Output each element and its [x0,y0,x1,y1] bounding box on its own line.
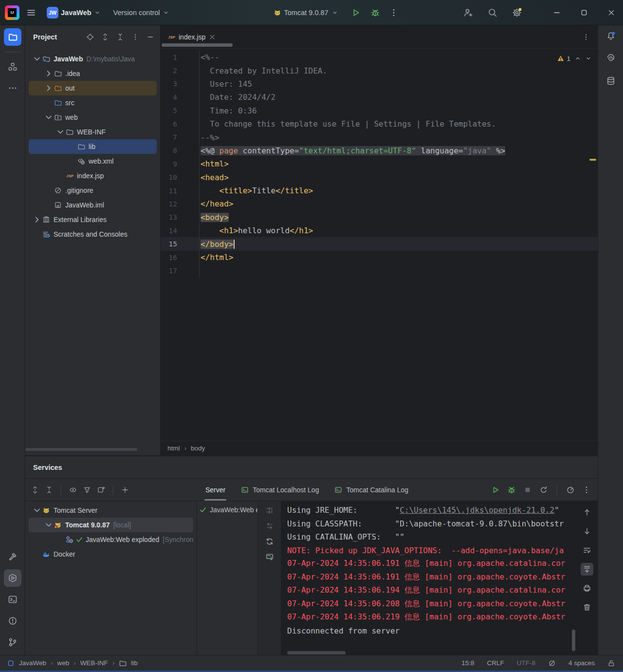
project-tree-item-web-xml[interactable]: web.xml [29,154,157,168]
services-tree-item-docker[interactable]: Docker [29,547,193,561]
view-options-icon[interactable] [69,486,77,494]
code-line-13[interactable]: 13<body> [161,211,598,224]
print-icon[interactable] [583,584,591,593]
database-icon[interactable] [606,76,616,86]
dump-icon[interactable] [265,553,274,561]
code-line-3[interactable]: 3 User: 145 [161,77,598,91]
chevron-right-icon[interactable] [43,68,54,79]
caret-position[interactable]: 15:8 [461,659,474,667]
project-tree-item-scratches-and-consoles[interactable]: Scratches and Consoles [29,227,157,242]
collapse-all-icon[interactable] [45,486,53,494]
refresh-icon[interactable] [265,537,274,546]
code-line-8[interactable]: 8<%@ page contentType="text/html;charset… [161,144,598,157]
code-line-11[interactable]: 11 <title>Title</title> [161,184,598,197]
code-line-2[interactable]: 2 Created by IntelliJ IDEA. [161,64,598,77]
indent-setting[interactable]: 4 spaces [568,659,595,667]
close-button[interactable] [607,9,615,17]
code-editor[interactable]: 1<%--2 Created by IntelliJ IDEA.3 User: … [161,49,598,441]
project-tree-item-web-inf[interactable]: WEB-INF [29,125,157,139]
status-breadcrumb-lib[interactable]: lib [131,659,138,667]
breadcrumb-body[interactable]: body [191,445,205,452]
project-tree-item-lib[interactable]: lib [29,139,157,154]
hot-swap-icon[interactable] [265,522,274,530]
project-tree-item-idea[interactable]: .idea [29,66,157,81]
vcs-tool-button[interactable] [4,634,21,651]
collapse-all-icon[interactable] [116,33,124,41]
prev-warning-icon[interactable] [574,55,581,62]
vcs-widget[interactable]: Version control [110,7,172,19]
tab-server[interactable]: Server [198,479,233,501]
chevron-down-icon[interactable] [32,54,42,64]
inspections-widget[interactable]: 1 [557,55,592,62]
project-tree-item-external-libraries[interactable]: External Libraries [29,212,157,227]
line-separator[interactable]: CRLF [487,659,504,667]
rerun-icon[interactable] [539,485,548,494]
chevron-down-icon[interactable] [43,520,54,530]
more-options-icon[interactable] [582,485,591,494]
close-tab-icon[interactable] [209,34,216,40]
code-line-17[interactable]: 17 [161,264,598,277]
warning-stripe-mark[interactable] [589,159,596,161]
editor-options-icon[interactable] [582,33,590,41]
run-config-widget[interactable]: Tomcat 9.0.87 [274,9,338,17]
chevron-down-icon[interactable] [55,127,66,137]
tab-scrollbar-thumb[interactable] [162,43,233,47]
deploy-icon[interactable] [265,506,274,515]
tab-index-jsp[interactable]: JSP index.jsp [161,25,221,48]
services-tree-item-tomcat-9-0-87[interactable]: Tomcat 9.0.87[local] [29,518,193,532]
next-warning-icon[interactable] [585,55,592,62]
code-line-6[interactable]: 6 To change this template use File | Set… [161,117,598,131]
file-encoding[interactable]: UTF-8 [517,659,535,667]
highlighting-level-icon[interactable] [548,659,556,667]
services-tool-button[interactable] [4,569,21,587]
project-tree-item-javaweb-iml[interactable]: JavaWeb.iml [29,198,157,212]
run-icon[interactable] [491,485,500,494]
code-line-1[interactable]: 1<%-- [161,51,598,64]
code-line-9[interactable]: 9<html> [161,157,598,170]
filter-icon[interactable] [83,486,91,494]
hide-panel-icon[interactable] [147,33,154,41]
project-tree-item-web[interactable]: web [29,110,157,125]
code-line-5[interactable]: 5 Time: 0:36 [161,104,598,117]
build-tool-button[interactable] [4,548,21,565]
horizontal-scrollbar[interactable] [25,448,137,451]
project-tree-item-javaweb[interactable]: JavaWebD:\mybatis\Java [29,52,157,66]
minimize-button[interactable] [553,9,561,17]
code-line-14[interactable]: 14 <h1>hello world</h1> [161,224,598,237]
maximize-button[interactable] [580,9,588,17]
project-tree-item-out[interactable]: out [29,81,157,95]
services-tree-item-tomcat-server[interactable]: Tomcat Server [29,503,193,518]
status-breadcrumb-javaweb[interactable]: JavaWeb [19,659,46,667]
status-breadcrumb-web-inf[interactable]: WEB-INF [80,659,108,667]
code-line-12[interactable]: 12</head> [161,197,598,210]
project-tool-button[interactable] [4,28,21,46]
add-service-icon[interactable] [121,486,129,494]
project-tree-item-src[interactable]: src [29,95,157,110]
search-icon[interactable] [488,8,497,18]
main-menu-icon[interactable] [26,8,36,18]
dashboard-icon[interactable] [566,485,575,494]
breadcrumb-html[interactable]: html [167,445,180,452]
code-line-4[interactable]: 4 Date: 2024/4/2 [161,91,598,104]
add-user-icon[interactable] [463,8,473,18]
terminal-tool-button[interactable] [4,591,21,608]
tab-tomcat-localhost-log[interactable]: Tomcat Localhost Log [233,479,327,501]
debug-icon[interactable] [507,485,516,494]
soft-wrap-icon[interactable] [583,546,591,555]
scroll-down-icon[interactable] [583,527,591,536]
project-widget[interactable]: JW JavaWeb [44,5,104,20]
chevron-right-icon[interactable] [32,214,42,225]
run-button[interactable] [351,8,361,18]
locate-file-icon[interactable] [86,33,94,41]
debug-button[interactable] [370,8,380,18]
server-log[interactable]: Using JRE_HOME: "C:\Users\145\.jdks\open… [281,501,598,655]
chevron-right-icon[interactable] [43,83,54,93]
ai-assistant-icon[interactable] [606,54,616,63]
scroll-up-icon[interactable] [583,508,591,517]
vertical-scrollbar[interactable] [572,630,575,651]
open-in-new-tab-icon[interactable] [97,486,105,494]
code-line-7[interactable]: 7--%> [161,131,598,144]
project-tree-item-gitignore[interactable]: .gitignore [29,183,157,198]
services-tree-item-javaweb-web-exploded[interactable]: JavaWeb:Web exploded[Synchronized] [29,532,193,547]
chevron-down-icon[interactable] [43,112,54,123]
